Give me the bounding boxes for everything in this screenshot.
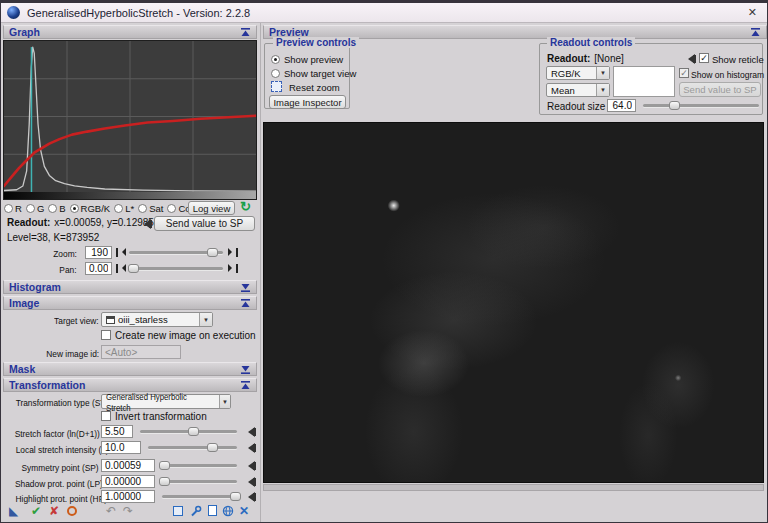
highlight-protection-input[interactable] bbox=[101, 490, 155, 503]
channel-radio-r[interactable]: R bbox=[4, 203, 22, 214]
invert-transformation-label: Invert transformation bbox=[115, 411, 207, 422]
readout-size-slider[interactable] bbox=[643, 99, 759, 112]
graph-section-header[interactable]: Graph bbox=[3, 25, 257, 39]
send-value-sp-button-right[interactable]: Send value to SP bbox=[679, 82, 761, 97]
readout-controls-title: Readout controls bbox=[547, 37, 635, 48]
refresh-icon[interactable]: ↻ bbox=[240, 199, 251, 214]
chevron-down-icon[interactable]: ▼ bbox=[219, 395, 230, 408]
slider-thumb[interactable] bbox=[207, 248, 218, 257]
readout-size-input[interactable] bbox=[607, 99, 636, 112]
zoom-min-step-icon[interactable] bbox=[116, 248, 126, 257]
local-intensity-slider[interactable] bbox=[148, 441, 237, 454]
shadow-protection-input[interactable] bbox=[101, 475, 155, 488]
image-inspector-button[interactable]: Image Inspector bbox=[269, 95, 346, 109]
highlight-protection-slider[interactable] bbox=[162, 490, 237, 503]
chevron-down-icon[interactable]: ▼ bbox=[596, 67, 609, 79]
reset-readout-icon[interactable] bbox=[139, 219, 152, 229]
transformation-type-label: Transformation type (ST) bbox=[3, 397, 99, 408]
send-value-sp-button[interactable]: Send value to SP bbox=[154, 216, 255, 231]
collapse-up-icon[interactable] bbox=[750, 27, 761, 38]
show-reticle-checkbox[interactable]: ✓ bbox=[699, 53, 709, 63]
collapse-up-icon[interactable] bbox=[240, 380, 251, 391]
show-reticle-label: Show reticle bbox=[712, 54, 764, 65]
radio-icon bbox=[70, 204, 79, 213]
slider-thumb[interactable] bbox=[188, 427, 199, 436]
new-instance-icon[interactable]: ◣ bbox=[9, 505, 18, 517]
gradient-strip bbox=[4, 192, 256, 199]
channel-radio-l*[interactable]: L* bbox=[114, 203, 134, 214]
create-new-image-checkbox[interactable] bbox=[101, 330, 111, 340]
readout-value-display bbox=[613, 66, 675, 97]
reset-zoom-icon[interactable] bbox=[271, 81, 282, 92]
radio-icon bbox=[48, 204, 57, 213]
apply-icon[interactable]: ✔ bbox=[31, 505, 41, 517]
radio-icon bbox=[271, 69, 280, 78]
slider-thumb[interactable] bbox=[669, 101, 680, 110]
mask-section-header[interactable]: Mask bbox=[3, 362, 257, 376]
channel-radio-sat[interactable]: Sat bbox=[138, 203, 163, 214]
zoom-max-step-icon[interactable] bbox=[228, 248, 238, 257]
pan-slider[interactable] bbox=[129, 262, 223, 275]
cancel-icon[interactable]: ✘ bbox=[49, 505, 59, 517]
channel-label: B bbox=[59, 203, 65, 214]
horizontal-scrollbar[interactable] bbox=[263, 484, 764, 491]
redo-icon[interactable]: ↷ bbox=[123, 505, 133, 517]
image-section-header[interactable]: Image bbox=[3, 296, 257, 310]
symmetry-point-input[interactable] bbox=[101, 459, 155, 472]
reset-stretch-factor-icon[interactable] bbox=[243, 427, 256, 437]
log-view-button[interactable]: Log view bbox=[188, 201, 235, 215]
show-on-histogram-checkbox[interactable]: ✓ bbox=[679, 68, 689, 78]
close-icon[interactable]: ✕ bbox=[744, 6, 761, 19]
shadow-protection-label: Shadow prot. point (LP) bbox=[3, 478, 99, 489]
new-document-icon[interactable] bbox=[208, 505, 217, 516]
slider-thumb[interactable] bbox=[207, 443, 218, 452]
stretch-factor-slider[interactable] bbox=[140, 425, 237, 438]
slider-thumb[interactable] bbox=[159, 461, 170, 470]
local-intensity-input[interactable] bbox=[101, 441, 141, 454]
reset-reticle-icon[interactable] bbox=[683, 54, 696, 64]
collapse-up-icon[interactable] bbox=[240, 298, 251, 309]
undo-icon[interactable]: ↶ bbox=[106, 505, 116, 517]
target-view-select[interactable]: oiii_starless ▼ bbox=[101, 312, 213, 327]
reset-icon[interactable]: ✕ bbox=[239, 505, 249, 517]
pan-input[interactable] bbox=[85, 262, 112, 275]
zoom-input[interactable] bbox=[85, 246, 112, 259]
reset-symmetry-point-icon[interactable] bbox=[243, 461, 256, 471]
histogram-section-header[interactable]: Histogram bbox=[3, 280, 257, 294]
slider-thumb[interactable] bbox=[128, 264, 139, 273]
slider-thumb[interactable] bbox=[159, 477, 170, 486]
pan-label: Pan: bbox=[7, 264, 77, 275]
slider-thumb[interactable] bbox=[230, 492, 241, 501]
radio-icon bbox=[138, 204, 147, 213]
shadow-protection-slider[interactable] bbox=[162, 475, 237, 488]
show-preview-radio[interactable]: Show preview bbox=[271, 54, 343, 65]
globe-icon[interactable] bbox=[222, 505, 234, 517]
chevron-down-icon[interactable]: ▼ bbox=[199, 313, 212, 326]
reset-local-intensity-icon[interactable] bbox=[243, 443, 256, 453]
reset-shadow-protection-icon[interactable] bbox=[243, 477, 256, 487]
chevron-down-icon[interactable]: ▼ bbox=[596, 84, 609, 96]
expand-down-icon[interactable] bbox=[240, 364, 251, 375]
invert-transformation-checkbox[interactable] bbox=[101, 411, 111, 421]
channel-radio-rgbk[interactable]: RGB/K bbox=[70, 203, 111, 214]
app-icon bbox=[7, 6, 20, 19]
show-target-view-radio[interactable]: Show target view bbox=[271, 68, 356, 79]
channel-radio-g[interactable]: G bbox=[26, 203, 44, 214]
stretch-factor-input[interactable] bbox=[101, 425, 133, 438]
readout-channel-select[interactable]: RGB/K ▼ bbox=[546, 66, 610, 80]
preview-image[interactable] bbox=[263, 122, 764, 483]
wrench-icon[interactable] bbox=[190, 505, 202, 517]
transformation-type-select[interactable]: Generalised Hyperbolic Stretch ▼ bbox=[101, 394, 231, 409]
pan-min-step-icon[interactable] bbox=[116, 264, 126, 273]
zoom-slider[interactable] bbox=[129, 246, 223, 259]
selection-icon[interactable] bbox=[173, 506, 183, 516]
realtime-preview-icon[interactable] bbox=[67, 506, 77, 516]
collapse-up-icon[interactable] bbox=[240, 27, 251, 38]
symmetry-point-slider[interactable] bbox=[162, 459, 237, 472]
channel-radio-b[interactable]: B bbox=[48, 203, 65, 214]
pan-max-step-icon[interactable] bbox=[228, 264, 238, 273]
reset-highlight-protection-icon[interactable] bbox=[243, 492, 256, 502]
readout-stat-select[interactable]: Mean ▼ bbox=[546, 83, 610, 97]
new-image-id-input[interactable] bbox=[101, 345, 181, 359]
expand-down-icon[interactable] bbox=[240, 282, 251, 293]
